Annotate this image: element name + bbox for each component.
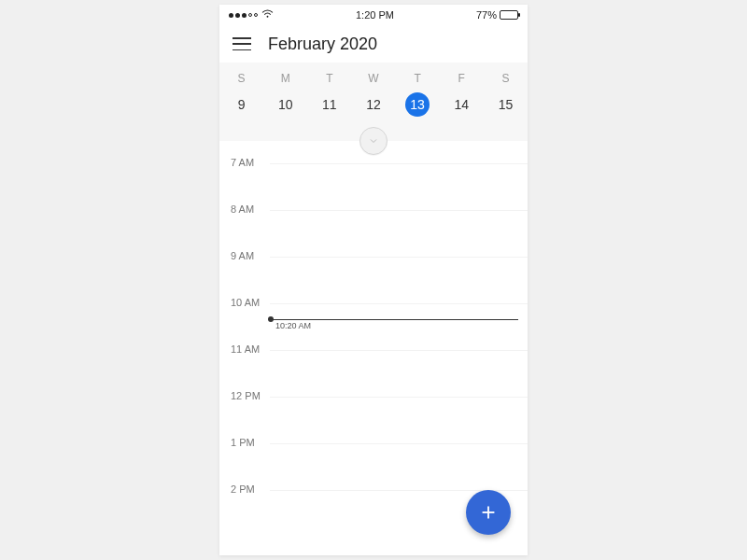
day-cell[interactable]: 14 [440, 92, 484, 117]
day-cell[interactable]: 12 [351, 92, 395, 117]
page-title[interactable]: February 2020 [268, 35, 377, 54]
hour-label: 12 PM [231, 390, 261, 401]
phone-frame: 1:20 PM 77% February 2020 SMTWTFS 910111… [219, 5, 528, 555]
day-number: 11 [322, 97, 337, 112]
status-left [229, 9, 274, 21]
hour-label: 7 AM [231, 157, 254, 168]
current-time-label: 10:20 AM [275, 321, 311, 330]
current-time-dot [268, 316, 274, 322]
weekday-label: F [440, 72, 484, 85]
hour-label: 1 PM [231, 437, 255, 448]
hour-gridline [270, 210, 528, 211]
app-bar: February 2020 [219, 25, 528, 63]
status-right: 77% [476, 9, 518, 21]
day-cell[interactable]: 9 [219, 92, 263, 117]
weekday-label: W [351, 72, 395, 85]
weekday-label: S [219, 72, 263, 85]
weekday-label: T [396, 72, 440, 85]
battery-icon [500, 10, 518, 20]
weekday-label: T [307, 72, 351, 85]
week-strip: SMTWTFS 9101112131415 [219, 63, 528, 141]
hour-gridline [270, 397, 528, 398]
hour-row[interactable]: 7 AM [219, 163, 528, 210]
wifi-icon [261, 9, 274, 21]
hour-label: 10 AM [231, 297, 260, 308]
weekday-label: S [484, 72, 528, 85]
day-number: 15 [499, 97, 514, 112]
day-cell[interactable]: 11 [307, 92, 351, 117]
status-time: 1:20 PM [356, 9, 394, 21]
hour-gridline [270, 443, 528, 444]
battery-percent: 77% [476, 9, 497, 21]
day-number: 14 [454, 97, 469, 112]
current-time-line [270, 319, 518, 320]
day-cell[interactable]: 10 [263, 92, 307, 117]
hour-row[interactable]: 9 AM [219, 257, 528, 303]
plus-icon [478, 502, 499, 523]
weekday-label: M [263, 72, 307, 85]
hour-row[interactable]: 1 PM [219, 443, 528, 490]
day-cell[interactable]: 13 [396, 92, 440, 117]
hour-label: 8 AM [231, 203, 254, 215]
hour-row[interactable]: 11 AM [219, 350, 528, 397]
hour-gridline [270, 257, 528, 258]
day-cell[interactable]: 15 [484, 92, 528, 117]
hour-gridline [270, 303, 528, 304]
hour-label: 11 AM [231, 343, 260, 355]
day-number: 9 [238, 97, 246, 112]
hour-label: 2 PM [231, 483, 255, 495]
menu-icon[interactable] [233, 37, 251, 50]
hour-row[interactable]: 8 AM [219, 210, 528, 257]
signal-dots-icon [229, 13, 258, 18]
add-event-button[interactable] [466, 490, 511, 535]
day-number: 10 [278, 97, 293, 112]
svg-point-0 [267, 16, 269, 18]
status-bar: 1:20 PM 77% [219, 5, 528, 25]
timeline[interactable]: 7 AM8 AM9 AM10 AM11 AM12 PM1 PM2 PM10:20… [219, 141, 528, 537]
day-number: 13 [405, 92, 430, 117]
hour-gridline [270, 163, 528, 164]
hour-row[interactable]: 12 PM [219, 397, 528, 443]
hour-label: 9 AM [231, 250, 254, 261]
day-number: 12 [366, 97, 381, 112]
hour-gridline [270, 350, 528, 351]
hour-row[interactable]: 10 AM [219, 303, 528, 350]
